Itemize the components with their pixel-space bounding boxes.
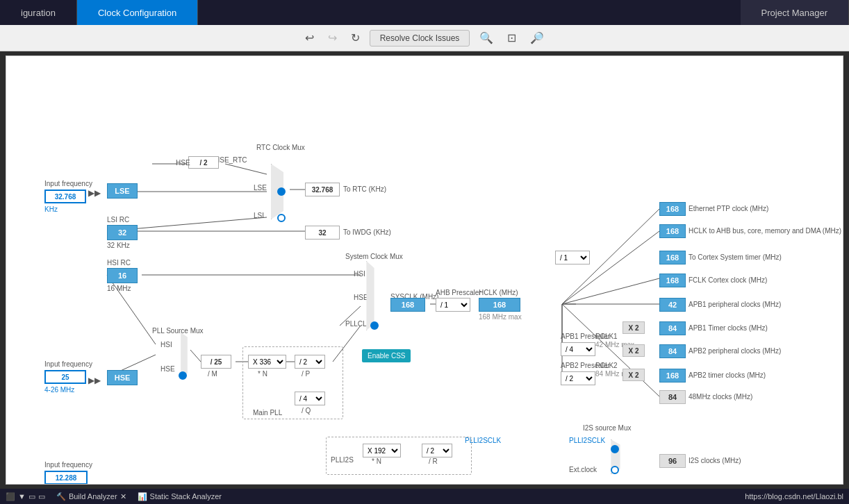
input-freq-1-label: Input frequency	[44, 180, 92, 187]
lsi-line-label: LSI	[254, 212, 264, 219]
hsi-sys-label: HSI	[354, 270, 365, 278]
apb2-x2-2: X 2	[623, 369, 645, 381]
apb2-periph-label: APB2 peripheral clocks (MHz)	[689, 347, 781, 355]
enable-css-button[interactable]: Enable CSS	[362, 349, 411, 362]
svg-line-13	[562, 278, 659, 304]
apb2-div-select[interactable]: / 2	[561, 371, 595, 385]
hse-near-div2: HSE	[176, 159, 190, 167]
ext-clock-label: Ext.clock	[569, 466, 597, 473]
i2s-mux-radio-1[interactable]	[611, 445, 619, 453]
apb2-periph-value: 84	[659, 344, 686, 358]
cortex-sys-label: To Cortex System timer (MHz)	[689, 253, 782, 261]
plli2s-n-select[interactable]: X 192	[363, 444, 401, 457]
lsi-box[interactable]: 32	[107, 225, 138, 240]
apb1-timer-label: APB1 Timer clocks (MHz)	[689, 324, 768, 332]
eth-ptp-value: 168	[659, 202, 686, 216]
tab-project-manager[interactable]: Project Manager	[741, 0, 849, 25]
input-freq-3-label: Input frequency	[44, 461, 92, 469]
hse-sys-label: HSE	[354, 294, 368, 301]
plli2sclk-label-2: PLLI2SCLK	[569, 437, 605, 444]
redo-button[interactable]: ↪	[324, 28, 341, 47]
ahb-prescaler-label: AHB Prescaler	[436, 289, 481, 296]
ahb-div-select[interactable]: / 1	[436, 298, 470, 312]
input-freq-2-label: Input frequency	[44, 360, 92, 368]
plli2s-r-select[interactable]: / 2	[422, 444, 452, 457]
toolbar: ↩ ↪ ↻ Resolve Clock Issues 🔍 ⊡ 🔎	[0, 25, 849, 51]
cortex-sys-div-select[interactable]: / 1	[555, 251, 590, 264]
i2s-mux-radio-2[interactable]	[611, 466, 619, 474]
fclk-label: FCLK Cortex clock (MHz)	[689, 276, 767, 284]
input-freq-2-value[interactable]: 25	[44, 370, 86, 384]
top-nav-bar: iguration Clock Configuration Project Ma…	[0, 0, 849, 25]
tab-clock-config-label: Clock Configuration	[98, 8, 176, 18]
hsi-unit: 16 MHz	[107, 285, 131, 292]
hsi-box[interactable]: 16	[107, 268, 138, 283]
lse-line-label: LSE	[254, 184, 267, 192]
iwdg-output-value: 32	[305, 226, 340, 240]
input-freq-3-value[interactable]: 12.288	[44, 471, 88, 485]
hse-rtc-div2[interactable]: / 2	[188, 156, 219, 169]
hse-pll-label: HSE	[160, 365, 175, 373]
mhz48-label: 48MHz clocks (MHz)	[689, 393, 752, 401]
svg-line-1	[225, 164, 267, 174]
tab-pin-config[interactable]: iguration	[0, 0, 77, 25]
apb1-periph-label: APB1 peripheral clocks (MHz)	[689, 301, 781, 308]
eth-ptp-label: Ethernet PTP clock (MHz)	[689, 205, 768, 212]
input-freq-1-value[interactable]: 32.768	[44, 190, 86, 203]
rtc-clock-mux-label: RTC Clock Mux	[256, 144, 305, 151]
hclk-ahb-label: HCLK to AHB bus, core, memory and DMA (M…	[689, 227, 841, 235]
zoom-in-button[interactable]: 🔍	[475, 28, 497, 47]
hse-box[interactable]: HSE	[107, 370, 138, 385]
hclk-label: HCLK (MHz)	[479, 289, 518, 296]
pll-source-mux-label: PLL Source Mux	[152, 327, 204, 335]
apb2-timer-label: APB2 timer clocks (MHz)	[689, 371, 766, 379]
hsi-pll-label: HSI	[160, 341, 172, 348]
hclk-value: 168	[479, 298, 520, 312]
plli2s-n-label: * N	[372, 457, 381, 465]
rtc-mux-radio-2[interactable]	[277, 214, 286, 222]
apb1-div-select[interactable]: / 4	[561, 342, 595, 356]
rtc-output-value: 32.768	[305, 183, 340, 196]
pclk2-label: PCLK2	[595, 362, 618, 369]
svg-line-21	[190, 350, 201, 362]
lsi-unit: 32 KHz	[107, 242, 130, 249]
clock-diagram-canvas: Input frequency 32.768 KHz ▶▶ LSE LSI RC…	[6, 56, 843, 485]
pll-m-label: / M	[208, 370, 217, 378]
undo-button[interactable]: ↩	[301, 28, 318, 47]
hclk-ahb-value: 168	[659, 224, 686, 238]
lsi-rc-label: LSI RC	[107, 216, 129, 224]
hclk-max: 168 MHz max	[479, 313, 522, 321]
cortex-sys-value: 168	[659, 251, 686, 264]
arrow-lse: ▶▶	[88, 188, 101, 198]
system-clock-mux-label: System Clock Mux	[345, 253, 403, 260]
rtc-mux-radio-1[interactable]	[277, 187, 286, 196]
input-freq-1-unit: KHz	[44, 205, 58, 213]
iwdg-output-unit: To IWDG (KHz)	[343, 228, 391, 236]
apb1-timer-x2: X 2	[623, 321, 645, 334]
zoom-out-button[interactable]: 🔎	[526, 28, 548, 47]
sys-mux-radio[interactable]	[370, 321, 379, 330]
input-freq-2-unit: 4-26 MHz	[44, 386, 74, 394]
lse-box[interactable]: LSE	[107, 183, 138, 199]
sysclk-value: 168	[390, 298, 425, 312]
pclk1-label: PCLK1	[595, 333, 618, 340]
i2s-label: I2S clocks (MHz)	[689, 457, 741, 464]
apb1-timer-value: 84	[659, 321, 686, 335]
arrow-hse: ▶▶	[88, 376, 101, 385]
i2s-value: 96	[659, 454, 686, 468]
apb2-x2-1: X 2	[623, 344, 645, 357]
apb2-timer-value: 168	[659, 369, 686, 383]
tab-project-manager-label: Project Manager	[761, 8, 827, 18]
pll-src-mux-radio[interactable]	[179, 371, 187, 380]
i2s-source-mux-label: I2S source Mux	[583, 424, 631, 432]
pll-src-mux-shape	[176, 333, 192, 378]
hsi-rc-label: HSI RC	[107, 259, 131, 267]
apb1-periph-value: 42	[659, 298, 686, 312]
pll-div25[interactable]: / 25	[201, 355, 231, 369]
fit-button[interactable]: ⊡	[503, 28, 520, 47]
refresh-button[interactable]: ↻	[347, 28, 364, 47]
rtc-output-unit: To RTC (KHz)	[343, 185, 386, 193]
plli2s-r-label: / R	[429, 457, 438, 465]
resolve-clock-issues-button[interactable]: Resolve Clock Issues	[370, 30, 470, 47]
tab-clock-config[interactable]: Clock Configuration	[77, 0, 198, 25]
